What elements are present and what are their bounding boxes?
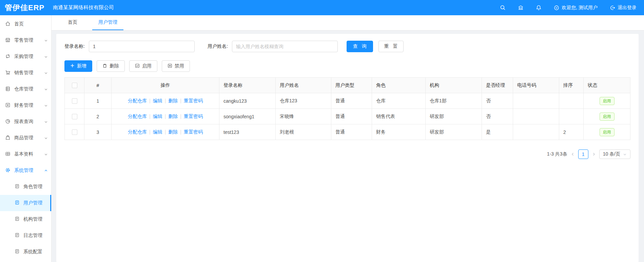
company-name: 南通某某网络科技有限公司 — [53, 4, 114, 11]
bell-icon[interactable] — [536, 5, 542, 11]
row-checkbox[interactable] — [72, 98, 77, 104]
sidebar-item-label: 基本资料 — [14, 151, 33, 157]
cell-role: 财务 — [372, 124, 426, 140]
cell-phone — [513, 124, 559, 140]
chevron-down-icon — [44, 87, 48, 91]
sidebar-item-org-management[interactable]: 机构管理 — [0, 211, 51, 227]
user-menu[interactable]: 欢迎您, 测试用户 — [554, 5, 598, 11]
col-operations: 操作 — [112, 78, 219, 93]
main-layout: 首页 零售管理 采购管理 销售管理 仓库管理 财务管理 — [0, 15, 644, 262]
delete-button[interactable]: 删除 — [97, 60, 125, 72]
bank-icon[interactable] — [518, 5, 524, 11]
page-size-select[interactable]: 10 条/页 — [599, 149, 630, 159]
search-button[interactable]: 查 询 — [347, 41, 373, 52]
edit-link[interactable]: 编辑 — [153, 129, 162, 135]
document-icon — [15, 233, 20, 239]
add-button-label: 新增 — [77, 63, 86, 69]
row-checkbox[interactable] — [72, 129, 77, 135]
reset-password-link[interactable]: 重置密码 — [184, 98, 203, 103]
delete-link[interactable]: 删除 — [168, 114, 178, 119]
cart-icon — [5, 70, 11, 76]
col-user-name: 用户姓名 — [276, 78, 331, 93]
sidebar-item-log-management[interactable]: 日志管理 — [0, 227, 51, 244]
document-icon — [15, 184, 20, 190]
reset-button[interactable]: 重 置 — [378, 41, 404, 52]
sidebar-item-role-management[interactable]: 角色管理 — [0, 179, 51, 195]
table-row[interactable]: 3 分配仓库|编辑|删除|重置密码 test123 刘老根 普通 财务 研发部 … — [65, 124, 630, 140]
trash-icon — [102, 63, 107, 69]
assign-warehouse-link[interactable]: 分配仓库 — [128, 114, 147, 119]
link-separator: | — [149, 98, 151, 103]
sidebar-item-label: 销售管理 — [14, 70, 33, 76]
filter-form: 登录名称: 用户姓名: 查 询 重 置 — [64, 41, 630, 52]
status-badge: 启用 — [600, 113, 614, 121]
sidebar-item-basic-data[interactable]: 基本资料 — [0, 146, 51, 162]
logout-button[interactable]: 退出登录 — [610, 5, 637, 11]
row-index: 3 — [84, 124, 112, 140]
next-page-button[interactable] — [592, 152, 596, 156]
sidebar-item-user-management[interactable]: 用户管理 — [0, 195, 51, 211]
sidebar-item-system-config[interactable]: 系统配置 — [0, 244, 51, 260]
edit-link[interactable]: 编辑 — [153, 98, 162, 103]
cell-type: 普通 — [331, 124, 372, 140]
page-number-button[interactable]: 1 — [578, 149, 588, 159]
disable-button[interactable]: 禁用 — [162, 60, 190, 72]
row-checkbox[interactable] — [72, 114, 77, 119]
enable-button[interactable]: 启用 — [129, 60, 157, 72]
col-sort: 排序 — [559, 78, 584, 93]
reset-password-link[interactable]: 重置密码 — [184, 129, 203, 135]
cell-sort — [559, 109, 584, 124]
sidebar-item-reports[interactable]: 报表查询 — [0, 114, 51, 130]
search-icon[interactable] — [500, 5, 506, 11]
logout-label: 退出登录 — [618, 5, 637, 11]
tab-user-management[interactable]: 用户管理 — [92, 15, 123, 30]
sidebar-item-warehouse[interactable]: 仓库管理 — [0, 81, 51, 97]
tab-home[interactable]: 首页 — [62, 15, 83, 30]
link-separator: | — [165, 114, 166, 119]
disable-button-label: 禁用 — [175, 63, 184, 69]
add-button[interactable]: 新增 — [64, 60, 92, 72]
reset-password-link[interactable]: 重置密码 — [184, 114, 203, 119]
sidebar-item-system[interactable]: 系统管理 — [0, 162, 51, 179]
chevron-down-icon — [44, 136, 48, 140]
sidebar-item-finance[interactable]: 财务管理 — [0, 97, 51, 114]
cell-org: 研发部 — [426, 109, 482, 124]
select-all-checkbox[interactable] — [72, 83, 77, 88]
edit-link[interactable]: 编辑 — [153, 114, 162, 119]
delete-link[interactable]: 删除 — [168, 98, 178, 103]
table-row[interactable]: 2 分配仓库|编辑|删除|重置密码 songxiaofeng1 宋晓锋 普通 销… — [65, 109, 630, 124]
assign-warehouse-link[interactable]: 分配仓库 — [128, 129, 147, 135]
col-user-type: 用户类型 — [331, 78, 372, 93]
login-name-input[interactable] — [89, 41, 195, 52]
grid-icon — [5, 151, 11, 158]
sidebar-item-label: 财务管理 — [14, 102, 33, 108]
tab-bar: 首页 用户管理 — [52, 15, 644, 31]
cell-role: 仓库 — [372, 93, 426, 109]
delete-link[interactable]: 删除 — [168, 129, 178, 135]
sidebar-item-label: 系统管理 — [14, 167, 33, 174]
cell-login: test123 — [219, 124, 276, 140]
sidebar-item-retail[interactable]: 零售管理 — [0, 32, 51, 48]
cell-phone — [513, 93, 559, 109]
document-icon — [15, 216, 20, 222]
sidebar-item-label: 机构管理 — [23, 216, 42, 222]
cell-name: 仓库123 — [276, 93, 331, 109]
user-name-input[interactable] — [232, 41, 338, 52]
close-square-icon — [168, 63, 172, 69]
link-separator: | — [180, 129, 181, 135]
prev-page-button[interactable] — [571, 152, 575, 156]
sidebar: 首页 零售管理 采购管理 销售管理 仓库管理 财务管理 — [0, 15, 52, 262]
col-role: 角色 — [372, 78, 426, 93]
chevron-down-icon — [44, 71, 48, 75]
app-logo[interactable]: 管伊佳ERP — [0, 3, 47, 13]
cell-manager: 是 — [482, 124, 513, 140]
sidebar-item-goods[interactable]: 商品管理 — [0, 130, 51, 146]
sidebar-item-purchase[interactable]: 采购管理 — [0, 48, 51, 65]
sidebar-item-sales[interactable]: 销售管理 — [0, 65, 51, 81]
cell-type: 普通 — [331, 93, 372, 109]
assign-warehouse-link[interactable]: 分配仓库 — [128, 98, 147, 103]
table-row[interactable]: 1 分配仓库|编辑|删除|重置密码 cangku123 仓库123 普通 仓库 … — [65, 93, 630, 109]
row-index: 2 — [84, 109, 112, 124]
sidebar-item-label: 日志管理 — [23, 233, 42, 239]
sidebar-item-home[interactable]: 首页 — [0, 16, 51, 32]
